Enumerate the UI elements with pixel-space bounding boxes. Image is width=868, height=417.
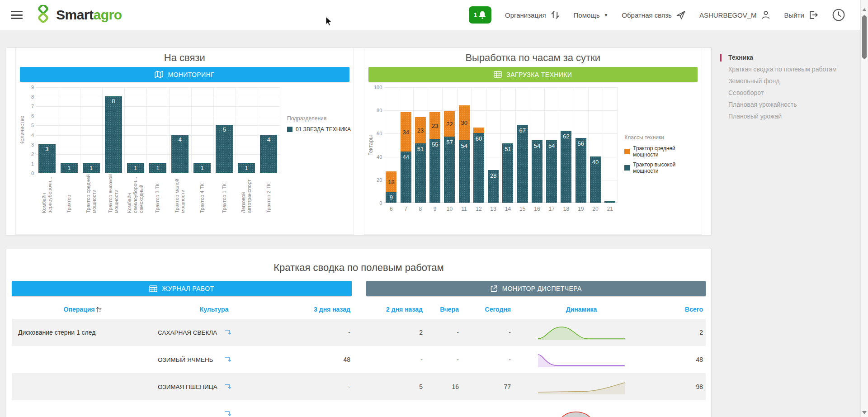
bar-value-label: 44 [401,154,411,161]
legend-swatch [624,149,630,154]
sidebar-item[interactable]: Севооборот [728,87,859,99]
gridline [191,87,192,173]
notifications-button[interactable]: 1 [469,6,491,24]
gridline [500,87,501,203]
x-tick-label: Трактор средней мощности [80,173,102,215]
sidebar-item[interactable]: Техника [728,52,859,63]
switch-organization-icon [550,10,560,20]
bar-segment-medium-power: 18 [386,171,396,192]
gridline [124,87,125,173]
gridline [146,87,147,173]
x-tick-text: Трактор 4 ТК [199,173,205,213]
scroll-up-arrow[interactable] [862,8,867,11]
bar-segment-high-power: 56 [576,138,586,203]
sidebar-item[interactable]: Плановый урожай [728,110,859,122]
charts-card: На связи МОНИТОРИНГ Количество 012345678… [6,47,712,235]
nav-help[interactable]: Помощь ▼ [574,11,609,19]
x-tick-label: Комбайн свеклоуборoч... самоходный [124,173,146,215]
menu-icon[interactable] [11,11,23,19]
value-today: 77 [462,383,514,390]
gridline [574,87,574,203]
bar-value-label: 4 [171,136,189,143]
y-tick-label: 0 [31,171,34,176]
x-tick-label: 15 [515,203,530,212]
summary-table: Операция Культура 3 дня назад 2 дня наза… [12,300,706,417]
scroll-down-arrow[interactable] [862,411,867,414]
dispatcher-monitor-button[interactable]: МОНИТОР ДИСПЕТЧЕРА [366,281,706,296]
gridline [603,87,603,203]
output-legend: Классы техники Трактор средней мощностиТ… [624,134,702,212]
legend-swatch [624,165,630,171]
logo[interactable]: Smartagro [34,5,122,25]
bar-segment-high-power: 51 [502,143,513,203]
bar-value-label: 1 [83,163,100,173]
y-tick-label: 80 [377,108,382,113]
x-tick-label: 16 [530,203,544,212]
table-row: Дискование стерни 1 следСАХАРНАЯ СВЕКЛА-… [12,319,706,346]
gridline [213,87,214,173]
active-indicator [720,54,722,62]
bar-value-label: 34 [401,128,411,135]
culture-cell: ОЗИМЫЙ ЯЧМЕНЬ [154,355,274,364]
gridline [36,116,280,116]
table-header-row: Операция Культура 3 дня назад 2 дня наза… [12,300,706,319]
x-tick-label: Трактор [58,173,80,215]
bar-segment-high-power [604,201,615,203]
gridline [258,87,258,173]
table-row: ОЗИМЫЙ ЯЧМЕНЬ48---48 [12,346,706,373]
legend-label: Трактор средней мощности [633,145,702,158]
sidebar-item[interactable]: Плановая урожайность [728,99,859,110]
scrollbar-thumb[interactable] [862,15,867,59]
sidebar-item[interactable]: Краткая сводка по полевым работам [728,63,859,75]
drill-down-arrow-icon[interactable] [224,410,232,417]
monitoring-x-labels: Комбайн зерноуборочн...ТракторТрактор ср… [36,173,280,215]
x-tick-text: Трактор средней мощности [85,173,97,213]
x-tick-label: Трактор 4 ТК [191,173,213,215]
x-tick-text: Комбайн свеклоуборoч... самоходный [127,173,144,213]
gridline [36,135,280,136]
y-tick-label: 100 [374,85,382,90]
value-today: - [462,329,514,336]
nav-feedback[interactable]: Обратная связь [622,10,686,20]
column-header-operation[interactable]: Операция [12,306,154,313]
bell-icon [478,10,486,19]
machinery-load-button[interactable]: ЗАГРУЗКА ТЕХНИКИ [368,67,698,82]
x-tick-text: Трактор [66,173,72,213]
drill-down-arrow-icon[interactable] [224,328,232,336]
nav-logout[interactable]: Выйти [784,10,818,20]
drill-down-arrow-icon[interactable] [224,355,232,364]
gridline [399,87,399,203]
bar: 4 [260,135,277,173]
drill-down-arrow-icon[interactable] [224,383,232,391]
value-yesterday: - [425,329,462,336]
bar: 4 [171,135,189,173]
bar-segment-high-power: 54 [546,140,557,203]
total-cell: 2 [649,329,706,336]
column-header-today: Сегодня [462,306,514,313]
history-button[interactable] [832,8,845,22]
nav-user[interactable]: ASHURBEGOV_M [699,10,771,20]
monitoring-button[interactable]: МОНИТОРИНГ [20,67,349,82]
sidebar-item[interactable]: Земельный фонд [728,75,859,87]
value-2-days-ago: - [353,356,425,363]
bar-value-label: 22 [444,120,455,127]
x-tick-label: Трактор 2 ТК [258,173,280,215]
bar-value-label: 51 [502,146,513,152]
monitoring-panel: На связи МОНИТОРИНГ Количество 012345678… [15,48,354,235]
gridline [58,87,58,173]
dynamics-cell [514,406,649,417]
work-journal-button[interactable]: ЖУРНАЛ РАБОТ [12,281,352,296]
bar-segment-high-power: 28 [488,170,499,203]
bar: 8 [105,96,122,173]
smartagro-dashboard: Smartagro 1 Организация Помощь ▼ [0,0,868,417]
y-tick-label: 60 [377,131,382,136]
page-scrollbar[interactable] [860,0,868,417]
nav-organization[interactable]: Организация [505,10,560,20]
summary-title: Краткая сводка по полевым работам [6,249,711,274]
x-tick-label: 12 [472,203,486,212]
x-tick-text: Трактор 3 ТК [155,173,160,213]
bar-value-label: 1 [149,163,166,173]
gridline [36,87,36,173]
gridline [280,87,280,173]
bar-segment-high-power: 55 [429,139,440,203]
